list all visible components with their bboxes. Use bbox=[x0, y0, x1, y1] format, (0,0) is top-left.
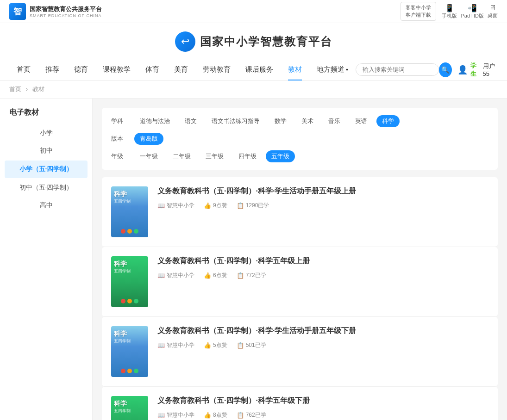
cover-label-2: 科学 bbox=[114, 260, 127, 268]
tag-chinese[interactable]: 语文 bbox=[179, 115, 202, 127]
learner-icon-1: 📋 bbox=[237, 202, 244, 209]
like-icon-1: 👍 bbox=[204, 202, 211, 209]
top-header: 智 国家智慧教育公共服务平台 SMART EDUCATION OF CHINA … bbox=[0, 0, 507, 23]
subject-tags: 道德与法治 语文 语文书法练习指导 数学 美术 音乐 英语 科学 bbox=[134, 115, 400, 127]
grade-filter-row: 年级 一年级 二年级 三年级 四年级 五年级 bbox=[111, 150, 488, 162]
tag-grade5[interactable]: 五年级 bbox=[266, 150, 295, 162]
grade-label: 年级 bbox=[111, 152, 130, 161]
main-layout: 电子教材 小学 初中 小学（五·四学制） 初中（五·四学制） 高中 学科 道德与… bbox=[0, 99, 507, 420]
sidebar: 电子教材 小学 初中 小学（五·四学制） 初中（五·四学制） 高中 bbox=[0, 99, 93, 420]
search-input[interactable] bbox=[356, 63, 439, 76]
tag-arts[interactable]: 美术 bbox=[296, 115, 319, 127]
book-cover-1[interactable]: 科学 五四学制 bbox=[111, 186, 148, 237]
book-meta-1: 📖 智慧中小学 👍 9点赞 📋 1290已学 bbox=[157, 202, 488, 210]
book-cover-4[interactable]: 科学 五四学制 bbox=[111, 396, 148, 420]
cover-dot-green-2 bbox=[134, 299, 138, 303]
book-info-1: 义务教育教科书（五·四学制）·科学·学生活动手册五年级上册 📖 智慧中小学 👍 … bbox=[157, 186, 488, 210]
breadcrumb: 首页 › 教材 bbox=[0, 80, 507, 99]
meta-likes-3: 👍 5点赞 bbox=[204, 341, 227, 349]
platform-title-bar: ↩ 国家中小学智慧教育平台 bbox=[0, 23, 507, 59]
logo-main: 国家智慧教育公共服务平台 bbox=[30, 5, 102, 13]
nav-art[interactable]: 美育 bbox=[167, 59, 195, 80]
breadcrumb-home[interactable]: 首页 bbox=[9, 86, 21, 93]
meta-learners-4: 📋 762已学 bbox=[237, 411, 266, 419]
meta-publisher-4: 📖 智慧中小学 bbox=[157, 411, 194, 419]
nav-course[interactable]: 课程教学 bbox=[95, 59, 138, 80]
book-meta-4: 📖 智慧中小学 👍 8点赞 📋 762已学 bbox=[157, 411, 488, 419]
book-title-1[interactable]: 义务教育教科书（五·四学制）·科学·学生活动手册五年级上册 bbox=[157, 186, 488, 196]
student-badge: 学生 bbox=[470, 62, 480, 78]
breadcrumb-current: 教材 bbox=[32, 86, 44, 93]
learners-2: 772已学 bbox=[246, 272, 266, 279]
tag-calligraphy[interactable]: 语文书法练习指导 bbox=[206, 115, 265, 127]
book-title-3[interactable]: 义务教育教科书（五·四学制）·科学·学生活动手册五年级下册 bbox=[157, 326, 488, 336]
tag-music[interactable]: 音乐 bbox=[323, 115, 346, 127]
cover-label-1: 科学 bbox=[114, 190, 127, 198]
breadcrumb-separator: › bbox=[26, 86, 28, 93]
book-icon-4: 📖 bbox=[157, 412, 165, 419]
likes-4: 8点赞 bbox=[213, 411, 227, 419]
meta-learners-2: 📋 772已学 bbox=[237, 272, 266, 279]
search-button[interactable]: 🔍 bbox=[439, 62, 452, 77]
sidebar-item-high[interactable]: 高中 bbox=[0, 197, 92, 214]
like-icon-2: 👍 bbox=[204, 272, 211, 279]
like-icon-3: 👍 bbox=[204, 342, 211, 349]
logo-text: 国家智慧教育公共服务平台 SMART EDUCATION OF CHINA bbox=[30, 5, 102, 18]
logo-sub: SMART EDUCATION OF CHINA bbox=[30, 13, 102, 18]
learners-4: 762已学 bbox=[246, 411, 266, 419]
nav-sports[interactable]: 体育 bbox=[138, 59, 167, 80]
tag-moral-law[interactable]: 道德与法治 bbox=[134, 115, 175, 127]
phone-btn[interactable]: 📱 手机版 bbox=[442, 4, 457, 19]
book-icon-1: 📖 bbox=[157, 202, 165, 209]
main-nav: 首页 推荐 德育 课程教学 体育 美育 劳动教育 课后服务 教材 地方频道 ▾ … bbox=[0, 59, 507, 80]
book-item: 科学 五四学制 义务教育教科书（五·四学制）·科学五年级上册 📖 智慧中小学 bbox=[102, 247, 498, 317]
book-title-2[interactable]: 义务教育教科书（五·四学制）·科学五年级上册 bbox=[157, 256, 488, 266]
subject-label: 学科 bbox=[111, 117, 130, 125]
book-title-4[interactable]: 义务教育教科书（五·四学制）·科学五年级下册 bbox=[157, 396, 488, 406]
meta-likes-1: 👍 9点赞 bbox=[204, 202, 227, 210]
tag-english[interactable]: 英语 bbox=[350, 115, 373, 127]
logo-icon: 智 bbox=[9, 3, 26, 20]
nav-local[interactable]: 地方频道 ▾ bbox=[309, 59, 356, 80]
book-cover-3[interactable]: 科学 五四学制 bbox=[111, 326, 148, 377]
tag-grade3[interactable]: 三年级 bbox=[200, 150, 229, 162]
version-filter-row: 版本 青岛版 bbox=[111, 133, 488, 145]
book-cover-2[interactable]: 科学 五四学制 bbox=[111, 256, 148, 307]
pad-icon: 📲 bbox=[461, 4, 484, 12]
version-label: 版本 bbox=[111, 135, 130, 143]
publisher-1: 智慧中小学 bbox=[167, 202, 194, 210]
search-icon: 🔍 bbox=[441, 66, 449, 74]
nav-labor[interactable]: 劳动教育 bbox=[195, 59, 238, 80]
user-name: 用户55 bbox=[483, 62, 498, 77]
cover-edition-4: 五四学制 bbox=[114, 408, 131, 414]
sidebar-item-primary-54[interactable]: 小学（五·四学制） bbox=[5, 161, 88, 178]
user-icon: 👤 bbox=[457, 65, 468, 75]
pc-btn[interactable]: 🖥 桌面 bbox=[488, 4, 498, 19]
tag-grade2[interactable]: 二年级 bbox=[167, 150, 196, 162]
book-icon-3: 📖 bbox=[157, 342, 165, 349]
nav-recommend[interactable]: 推荐 bbox=[38, 59, 67, 80]
tag-grade4[interactable]: 四年级 bbox=[233, 150, 262, 162]
header-right: 客客中小学 客户端下载 📱 手机版 📲 Pad HD版 🖥 桌面 bbox=[401, 2, 498, 21]
download-button[interactable]: 客客中小学 客户端下载 bbox=[401, 2, 436, 21]
nav-moral[interactable]: 德育 bbox=[67, 59, 95, 80]
sidebar-item-middle-54[interactable]: 初中（五·四学制） bbox=[0, 179, 92, 197]
book-meta-2: 📖 智慧中小学 👍 6点赞 📋 772已学 bbox=[157, 272, 488, 279]
nav-afterschool[interactable]: 课后服务 bbox=[238, 59, 281, 80]
nav-home[interactable]: 首页 bbox=[9, 59, 38, 80]
sidebar-item-middle[interactable]: 初中 bbox=[0, 142, 92, 160]
version-tags: 青岛版 bbox=[134, 133, 163, 145]
chevron-down-icon: ▾ bbox=[346, 67, 348, 72]
sidebar-item-primary[interactable]: 小学 bbox=[0, 124, 92, 142]
tag-math[interactable]: 数学 bbox=[269, 115, 292, 127]
tag-qingdao[interactable]: 青岛版 bbox=[134, 133, 163, 145]
cover-label-3: 科学 bbox=[114, 330, 127, 338]
cover-dot-red bbox=[121, 229, 125, 234]
nav-textbook[interactable]: 教材 bbox=[281, 59, 309, 80]
tag-science[interactable]: 科学 bbox=[376, 115, 400, 127]
pad-btn[interactable]: 📲 Pad HD版 bbox=[461, 4, 484, 19]
likes-1: 9点赞 bbox=[213, 202, 227, 210]
tag-grade1[interactable]: 一年级 bbox=[134, 150, 163, 162]
learner-icon-4: 📋 bbox=[237, 412, 244, 419]
cover-dot-yellow-3 bbox=[127, 369, 132, 373]
